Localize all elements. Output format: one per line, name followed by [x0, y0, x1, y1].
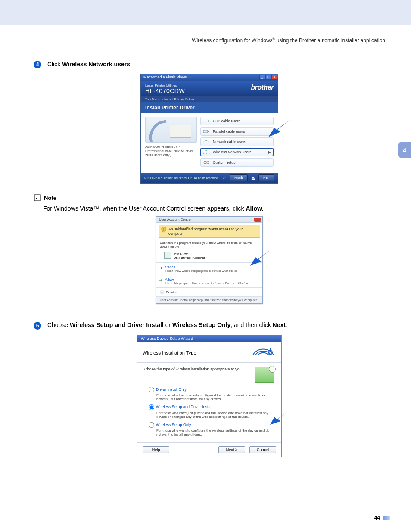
uac-banner-text: An unidentified program wants access to …: [168, 227, 243, 236]
wireless-icon: [203, 149, 210, 155]
note-label: Note: [44, 195, 56, 201]
note-body: For Windows Vista™, when the User Accoun…: [43, 205, 385, 212]
page-number: 44: [374, 515, 380, 521]
uac-window: User Account Control ! An unidentified p…: [156, 216, 263, 304]
wizard-window: Wireless Device Setup Wizard Wireless In…: [137, 335, 282, 457]
uac-cancel-title: Cancel: [165, 265, 259, 269]
maximize-button[interactable]: □: [265, 75, 271, 80]
option-network-label: Network cable users: [213, 140, 246, 144]
uac-message: Don't run the program unless you know wh…: [156, 240, 262, 250]
step-5-b2: Wireless Setup Only: [172, 321, 230, 328]
installer-subtitle: Laser Printer Utilities: [145, 84, 274, 87]
program-icon: [164, 252, 171, 259]
close-button[interactable]: ×: [271, 75, 277, 80]
minimize-button[interactable]: _: [259, 75, 265, 80]
svg-marker-5: [268, 120, 290, 137]
option-usb[interactable]: USB cable users: [200, 117, 274, 125]
step-5-bullet: 5: [34, 322, 41, 330]
uac-allow-sub: I trust this program. I know where it's …: [165, 282, 259, 285]
step-5-c: , and then click: [230, 321, 272, 328]
callout-arrow-icon: [250, 250, 270, 266]
radio-input[interactable]: [149, 387, 154, 392]
exit-button[interactable]: Exit: [258, 174, 274, 181]
uac-banner: ! An unidentified program wants access t…: [159, 225, 260, 238]
step-5-b1: Wireless Setup and Driver Install: [70, 321, 164, 328]
uac-cancel-sub: I don't know where this program is from …: [165, 269, 259, 272]
uac-details-label: Details: [166, 290, 176, 294]
page-accent: [383, 516, 390, 520]
wizard-header: Wireless Installation Type: [137, 342, 281, 363]
uac-details[interactable]: ⌄Details: [156, 287, 262, 296]
option-wireless[interactable]: Wireless Network users▶: [200, 148, 274, 156]
uac-allow[interactable]: ➔ Allow I trust this program. I know whe…: [156, 275, 262, 287]
parallel-icon: [203, 129, 210, 134]
installer-copyright: © 2001-2007 Brother Industries, Ltd. All…: [144, 177, 219, 180]
radio-2-desc: For those who have just purchased this d…: [156, 411, 274, 419]
svg-marker-8: [250, 250, 270, 266]
wizard-lead-row: Chose the type of wireless installation …: [144, 367, 274, 383]
uac-cancel[interactable]: ➔ Cancel I don't know where this program…: [156, 262, 262, 275]
radio-input[interactable]: [149, 404, 154, 410]
arrow-right-icon: ➔: [159, 278, 162, 283]
note-block: Note For Windows Vista™, when the User A…: [34, 194, 385, 212]
radio-setup-only[interactable]: Wireless Setup Only: [149, 422, 274, 428]
callout-arrow-icon: [268, 120, 290, 137]
option-usb-label: USB cable users: [213, 119, 240, 123]
package-icon: [255, 367, 274, 383]
chevron-right-icon: ▶: [268, 150, 271, 154]
note-body-a: For Windows Vista™, when the User Accoun…: [43, 205, 246, 212]
radio-driver-only[interactable]: Driver Install Only: [149, 387, 274, 392]
crumb-top[interactable]: Top Menu: [145, 97, 160, 101]
radio-3-desc: For those who want to configure the wire…: [156, 429, 274, 436]
option-custom[interactable]: Custom setup: [200, 158, 274, 167]
option-parallel[interactable]: Parallel cable users: [200, 127, 274, 136]
header-text-a: Wireless configuration for Windows: [192, 37, 272, 44]
cancel-button[interactable]: Cancel: [249, 446, 276, 453]
radio-1-desc: For those who have already configured th…: [156, 393, 274, 401]
uac-titlebar: User Account Control: [156, 217, 262, 223]
radio-input[interactable]: [149, 422, 154, 428]
radio-setup-and-driver[interactable]: Wireless Setup and Driver Install: [149, 404, 274, 410]
network-icon: [203, 139, 210, 144]
note-heading: Note: [34, 194, 385, 202]
uac-program: Inst32.exe Unidentified Publisher: [164, 252, 258, 260]
step-4: 4 Click Wireless Network users.: [34, 61, 385, 68]
top-ribbon: [0, 0, 411, 25]
wizard-body: Chose the type of wireless installation …: [137, 363, 281, 442]
svg-point-4: [206, 161, 209, 164]
page-content: Wireless configuration for Windows® usin…: [0, 25, 411, 532]
option-custom-label: Custom setup: [213, 160, 235, 165]
step-4-bold: Wireless Network users: [62, 61, 130, 68]
page-header: Wireless configuration for Windows® usin…: [34, 37, 385, 44]
radio-3-label: Wireless Setup Only: [156, 422, 191, 426]
program-name: Inst32.exe: [174, 252, 205, 256]
uac-allow-title: Allow: [165, 277, 259, 282]
wifi-icon: [250, 346, 276, 360]
installer-titlebar: Macromedia Flash Player 8 _ □ ×: [141, 74, 278, 81]
back-button[interactable]: Back: [230, 174, 248, 181]
step-5-mid: or: [164, 321, 172, 328]
step-5-b3: Next: [273, 321, 286, 328]
step-5-d: .: [286, 321, 287, 328]
divider: [34, 314, 385, 314]
installer-left: (Windows 2000/XP/XP Professional x64 Edi…: [145, 117, 197, 168]
svg-rect-1: [208, 131, 209, 132]
installer-compat-note: (Windows 2000/XP/XP Professional x64 Edi…: [145, 145, 197, 157]
option-network[interactable]: Network cable users: [200, 137, 274, 146]
installer-title: Macromedia Flash Player 8: [143, 75, 191, 79]
spacer: [174, 446, 214, 453]
wizard-footer: Help Next > Cancel: [137, 442, 281, 457]
installer-window: Macromedia Flash Player 8 _ □ × brother …: [140, 74, 278, 184]
option-parallel-label: Parallel cable users: [213, 129, 245, 134]
uac-close-button[interactable]: [254, 218, 261, 222]
note-body-c: .: [262, 205, 264, 212]
header-text-b: using the Brother automatic installer ap…: [275, 37, 385, 44]
callout-arrow-icon: [270, 411, 289, 425]
step-5: 5 Choose Wireless Setup and Driver Insta…: [34, 321, 385, 329]
installer-section-title: Install Printer Driver: [141, 102, 278, 113]
next-button[interactable]: Next >: [218, 446, 245, 453]
breadcrumb: Top Menu » Install Printer Driver: [141, 96, 278, 102]
help-button[interactable]: Help: [143, 446, 169, 453]
step-4-post: .: [130, 61, 132, 68]
svg-marker-11: [270, 411, 289, 425]
